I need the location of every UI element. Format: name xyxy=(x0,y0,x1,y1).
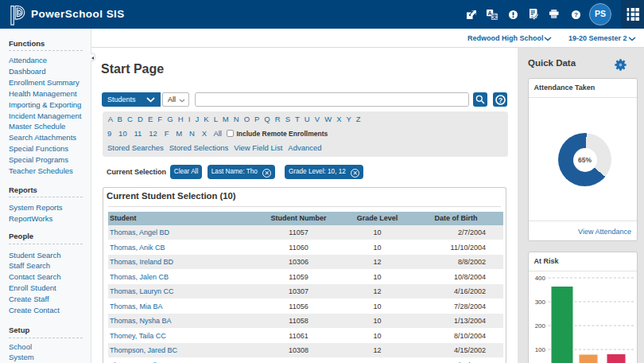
svg-text:300: 300 xyxy=(534,299,545,306)
svg-text:文: 文 xyxy=(491,14,498,19)
svg-text:?: ? xyxy=(498,96,502,103)
svg-text:400: 400 xyxy=(534,275,545,282)
svg-text:200: 200 xyxy=(534,322,545,330)
svg-text:100: 100 xyxy=(534,346,545,353)
svg-text:?: ? xyxy=(574,11,578,18)
